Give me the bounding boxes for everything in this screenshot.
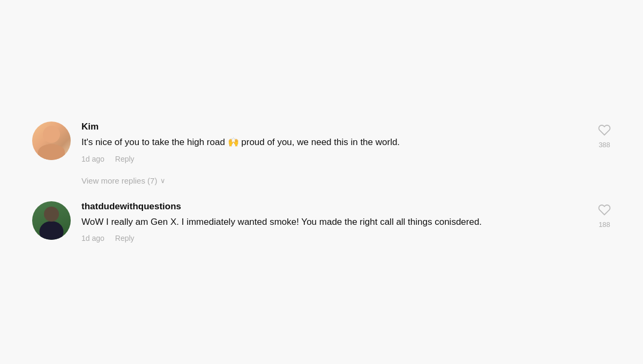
reply-button[interactable]: Reply bbox=[115, 155, 134, 163]
comment-body: thatdudewithquestions WoW I really am Ge… bbox=[81, 201, 587, 243]
comment-username: Kim bbox=[81, 122, 587, 132]
reply-button[interactable]: Reply bbox=[115, 234, 134, 242]
comment-like: 188 bbox=[598, 201, 611, 229]
chevron-down-icon: ∨ bbox=[160, 177, 166, 185]
comment-meta: 1d ago Reply bbox=[81, 234, 587, 242]
comment-section: Kim It's nice of you to take the high ro… bbox=[32, 111, 611, 253]
comment-time: 1d ago bbox=[81, 155, 104, 163]
comment-text: It's nice of you to take the high road 🙌… bbox=[81, 135, 587, 149]
like-count: 388 bbox=[599, 141, 610, 149]
comment-body: Kim It's nice of you to take the high ro… bbox=[81, 122, 587, 163]
comment-time: 1d ago bbox=[81, 234, 104, 242]
view-more-button[interactable]: View more replies (7) ∨ bbox=[81, 176, 166, 185]
comment-username: thatdudewithquestions bbox=[81, 201, 587, 212]
comment-item: thatdudewithquestions WoW I really am Ge… bbox=[32, 191, 611, 254]
avatar bbox=[32, 201, 71, 240]
view-more-label: View more replies (7) bbox=[81, 176, 157, 185]
comment-meta: 1d ago Reply bbox=[81, 155, 587, 163]
heart-icon[interactable] bbox=[598, 124, 611, 139]
comment-item: Kim It's nice of you to take the high ro… bbox=[32, 111, 611, 174]
like-count: 188 bbox=[599, 221, 610, 229]
avatar bbox=[32, 122, 71, 160]
heart-icon[interactable] bbox=[598, 203, 611, 218]
comment-like: 388 bbox=[598, 122, 611, 149]
comment-text: WoW I really am Gen X. I immediately wan… bbox=[81, 215, 587, 229]
view-more-replies: View more replies (7) ∨ bbox=[81, 176, 611, 185]
